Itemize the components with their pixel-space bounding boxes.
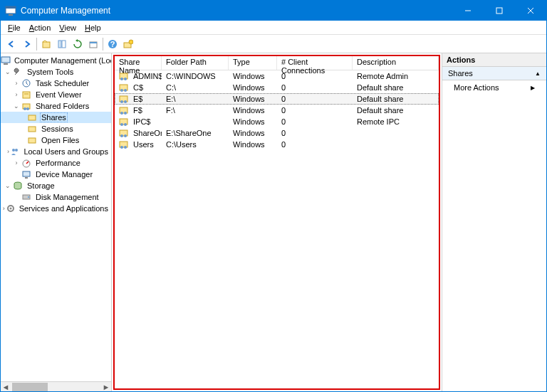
- column-share-name[interactable]: Share Name: [115, 56, 162, 70]
- actions-more[interactable]: More Actions ▶: [442, 80, 546, 95]
- new-share-button[interactable]: [120, 36, 136, 52]
- column-description[interactable]: Description: [353, 56, 439, 70]
- collapse-icon[interactable]: ⌄: [4, 68, 12, 75]
- tree-shares[interactable]: Shares: [1, 112, 111, 123]
- actions-pane: Actions Shares ▲ More Actions ▶: [442, 53, 546, 391]
- window-controls: [452, 1, 546, 21]
- list-header: Share Name Folder Path Type # Client Con…: [115, 56, 439, 70]
- svg-point-39: [124, 78, 127, 80]
- tree-system-tools[interactable]: ⌄ System Tools: [1, 66, 111, 78]
- tree-shared-folders[interactable]: ⌄ Shared Folders: [1, 100, 111, 112]
- tree-sessions[interactable]: Sessions: [1, 123, 111, 134]
- table-row[interactable]: C$C:\Windows0Default share: [115, 82, 439, 93]
- svg-point-27: [12, 149, 15, 152]
- cell-type: Windows: [229, 140, 277, 149]
- app-icon: [5, 5, 16, 16]
- scroll-left-icon[interactable]: ◄: [1, 383, 11, 391]
- toolbar: ?: [1, 35, 546, 53]
- menubar: File Action View Help: [1, 21, 546, 35]
- cell-description: Remote Admin: [353, 72, 439, 80]
- svg-rect-16: [1, 57, 10, 63]
- device-icon: [21, 169, 32, 180]
- table-row[interactable]: IPC$Windows0Remote IPC: [115, 116, 439, 127]
- cell-description: Remote IPC: [353, 117, 439, 126]
- actions-context[interactable]: Shares ▲: [442, 67, 546, 80]
- menu-action[interactable]: Action: [25, 22, 56, 33]
- table-row[interactable]: UsersC:\UsersWindows0: [115, 139, 439, 150]
- menu-help[interactable]: Help: [80, 22, 105, 33]
- tree-event-viewer[interactable]: › Event Viewer: [1, 89, 111, 100]
- expand-icon[interactable]: ›: [12, 91, 21, 98]
- actions-more-label: More Actions: [454, 83, 499, 92]
- tree-open-files[interactable]: Open Files: [1, 134, 111, 146]
- table-row[interactable]: F$F:\Windows0Default share: [115, 105, 439, 116]
- menu-file[interactable]: File: [4, 22, 25, 33]
- tree-root[interactable]: Computer Management (Local: [1, 55, 111, 66]
- share-row-icon: [119, 128, 130, 138]
- cell-share-name: E$: [115, 94, 162, 104]
- help-button[interactable]: ?: [105, 36, 120, 52]
- share-row-icon: [119, 94, 130, 104]
- table-row[interactable]: ADMIN$C:\WINDOWSWindows0Remote Admin: [115, 70, 439, 82]
- up-button[interactable]: [38, 36, 54, 52]
- table-row[interactable]: E$E:\Windows0Default share: [115, 93, 439, 105]
- column-type[interactable]: Type: [229, 56, 277, 70]
- horizontal-scrollbar[interactable]: ◄ ►: [1, 381, 111, 391]
- cell-share-name: IPC$: [115, 117, 162, 127]
- close-button[interactable]: [515, 1, 546, 21]
- tree-performance[interactable]: › Performance: [1, 157, 111, 169]
- expand-icon[interactable]: ›: [12, 159, 21, 166]
- share-row-icon: [119, 71, 130, 81]
- cell-folder-path: F:\: [162, 106, 229, 115]
- svg-point-38: [120, 78, 123, 80]
- tree-task-scheduler[interactable]: › Task Scheduler: [1, 78, 111, 89]
- tree-storage[interactable]: ⌄ Storage: [1, 180, 111, 191]
- body: Computer Management (Local ⌄ System Tool…: [1, 53, 546, 391]
- cell-connections: 0: [277, 106, 353, 115]
- cell-connections: 0: [277, 72, 353, 80]
- maximize-button[interactable]: [484, 1, 515, 21]
- show-hide-button[interactable]: [54, 36, 70, 52]
- svg-rect-25: [28, 127, 36, 132]
- svg-point-45: [124, 100, 127, 103]
- cell-connections: 0: [277, 95, 353, 103]
- svg-point-54: [124, 134, 127, 137]
- cell-share-name: ShareOne: [115, 128, 162, 138]
- list-pane: Share Name Folder Path Type # Client Con…: [113, 55, 440, 390]
- svg-rect-1: [6, 6, 16, 9]
- tree-services-apps[interactable]: › Services and Applications: [1, 203, 111, 214]
- scroll-thumb[interactable]: [12, 383, 48, 391]
- submenu-arrow-icon: ▶: [531, 85, 535, 91]
- tree-device-manager[interactable]: Device Manager: [1, 169, 111, 180]
- svg-rect-7: [43, 42, 50, 48]
- tree-pane: Computer Management (Local ⌄ System Tool…: [1, 53, 112, 391]
- column-folder-path[interactable]: Folder Path: [162, 56, 229, 70]
- collapse-icon[interactable]: ⌄: [4, 182, 12, 189]
- export-button[interactable]: [85, 36, 101, 52]
- tree-disk-management[interactable]: Disk Management: [1, 191, 111, 203]
- clock-icon: [21, 78, 32, 89]
- column-client-connections[interactable]: # Client Connections: [277, 56, 353, 70]
- minimize-button[interactable]: [452, 1, 484, 21]
- svg-point-47: [120, 112, 123, 115]
- refresh-button[interactable]: [70, 36, 85, 52]
- svg-rect-17: [4, 63, 8, 65]
- forward-button[interactable]: [19, 36, 35, 52]
- cell-description: Default share: [353, 106, 439, 115]
- back-button[interactable]: [4, 36, 19, 52]
- scroll-right-icon[interactable]: ►: [101, 383, 111, 391]
- titlebar: Computer Management: [1, 1, 546, 21]
- tree-local-users[interactable]: › Local Users and Groups: [1, 146, 111, 157]
- svg-point-23: [26, 107, 29, 110]
- svg-rect-24: [28, 115, 36, 120]
- cell-connections: 0: [277, 129, 353, 137]
- cell-connections: 0: [277, 140, 353, 149]
- svg-point-42: [124, 89, 127, 92]
- list-body: ADMIN$C:\WINDOWSWindows0Remote AdminC$C:…: [115, 70, 439, 388]
- svg-rect-9: [62, 41, 66, 48]
- collapse-icon[interactable]: ⌄: [12, 102, 21, 110]
- menu-view[interactable]: View: [55, 22, 80, 33]
- expand-icon[interactable]: ›: [12, 80, 21, 87]
- share-row-icon: [119, 117, 130, 127]
- table-row[interactable]: ShareOneE:\ShareOneWindows0: [115, 127, 439, 139]
